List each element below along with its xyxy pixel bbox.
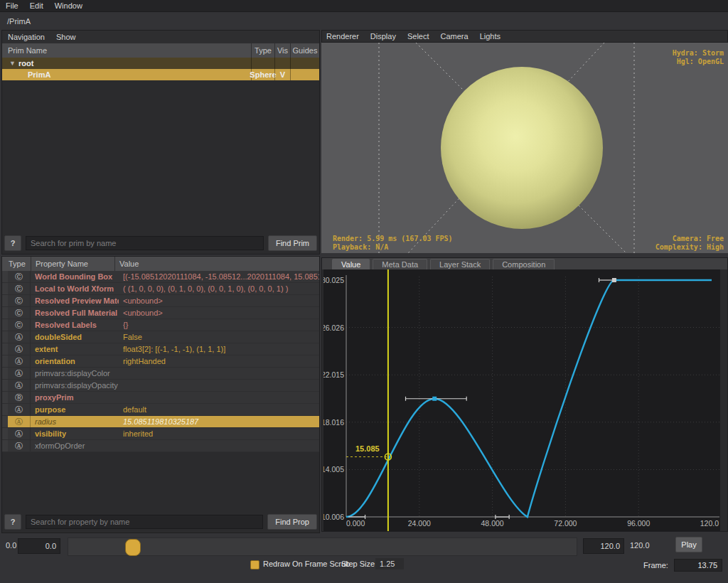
frame-slider-handle[interactable] xyxy=(125,539,141,556)
step-size-field[interactable]: 1.25 xyxy=(375,558,404,569)
row-gutter xyxy=(2,428,8,439)
property-row-world-bounding-box[interactable]: ⒸWorld Bounding Box[(-15.08512020111084,… xyxy=(2,271,319,283)
property-type-icon: Ⓐ xyxy=(8,416,31,427)
column-prop-value[interactable]: Value xyxy=(114,257,319,271)
prim-menu-show[interactable]: Show xyxy=(56,33,76,41)
statusbar: Redraw On Frame Scrub Step Size 1.25 Fra… xyxy=(0,557,728,583)
radius-animation-curve[interactable] xyxy=(346,280,712,517)
animation-curve-plot[interactable]: 30.02526.02622.01518.01614.00510.0060.00… xyxy=(323,269,720,531)
hud-playback: Playback: N/A xyxy=(333,243,388,251)
column-vis[interactable]: Vis xyxy=(274,43,290,58)
column-type[interactable]: Type xyxy=(251,43,274,58)
property-type-icon: Ⓐ xyxy=(8,380,31,391)
tree-row-root[interactable]: ▼root xyxy=(2,58,319,69)
property-row-local-to-world-xform[interactable]: ⒸLocal to World Xform( (1, 0, 0, 0), (0,… xyxy=(2,283,319,295)
prim-browser-panel: NavigationShow Prim Name Type Vis Guides… xyxy=(1,30,320,255)
find-prop-button[interactable]: Find Prop xyxy=(267,514,317,530)
property-row-purpose[interactable]: Ⓐpurposedefault xyxy=(2,404,319,416)
row-gutter xyxy=(2,392,8,403)
property-type-icon: Ⓒ xyxy=(8,283,31,294)
timeline-start-field[interactable]: 0.0 xyxy=(18,538,60,554)
render-viewport[interactable]: Hydra: Storm Hgl: OpenGL Render: 5.99 ms… xyxy=(321,43,728,253)
property-type-icon: Ⓡ xyxy=(8,392,31,403)
property-row-proxyprim[interactable]: ⓇproxyPrim xyxy=(2,392,319,404)
prim-menu-navigation[interactable]: Navigation xyxy=(8,33,45,41)
tab-layer-stack[interactable]: Layer Stack xyxy=(430,259,490,269)
property-value: default xyxy=(119,405,319,414)
property-row-visibility[interactable]: Ⓐvisibilityinherited xyxy=(2,428,319,440)
property-type-icon: Ⓐ xyxy=(8,404,31,415)
property-row-doublesided[interactable]: ⒶdoubleSidedFalse xyxy=(2,331,319,343)
prim-search-input[interactable] xyxy=(26,236,264,250)
property-value: float3[2]: [(-1, -1, -1), (1, 1, 1)] xyxy=(119,345,319,353)
property-name: Resolved Full Material xyxy=(31,309,119,317)
prim-name-label: root xyxy=(18,59,33,68)
property-row-resolved-labels[interactable]: ⒸResolved Labels{} xyxy=(2,319,319,331)
x-tick-label: 120.0 xyxy=(700,519,719,528)
property-search-help-button[interactable]: ? xyxy=(4,514,21,530)
menu-edit[interactable]: Edit xyxy=(30,1,43,10)
menu-window[interactable]: Window xyxy=(55,1,82,10)
frame-field[interactable]: 13.75 xyxy=(674,559,722,572)
prim-name-cell: PrimA xyxy=(2,69,251,80)
property-value: <unbound> xyxy=(119,309,319,317)
property-type-icon: Ⓐ xyxy=(8,428,31,439)
property-type-icon: Ⓐ xyxy=(8,331,31,343)
viewport-menu-display[interactable]: Display xyxy=(370,32,396,41)
prim-tree-header: Prim Name Type Vis Guides xyxy=(2,43,319,58)
frame-slider-track[interactable] xyxy=(68,537,577,556)
viewport-menu-camera[interactable]: Camera xyxy=(441,32,469,41)
expander-icon[interactable]: ▼ xyxy=(9,60,16,67)
prim-search-row: ? Find Prim xyxy=(4,235,317,252)
property-name: extent xyxy=(31,345,119,353)
viewport-menu-select[interactable]: Select xyxy=(407,32,429,41)
property-search-input[interactable] xyxy=(26,515,263,529)
property-row-radius[interactable]: Ⓐradius15.085119810325187 xyxy=(2,416,319,428)
timeline-start-label: 0.0 xyxy=(6,541,16,550)
keyframe-marker[interactable] xyxy=(432,397,437,401)
usdview-window: FileEditWindow /PrimA NavigationShow Pri… xyxy=(0,0,728,583)
current-value-label: 15.085 xyxy=(355,444,380,453)
prim-vis-cell[interactable] xyxy=(274,58,290,69)
tab-composition[interactable]: Composition xyxy=(493,259,555,269)
column-prop-name[interactable]: Property Name xyxy=(31,257,114,271)
row-gutter xyxy=(2,271,8,282)
sphere-prim[interactable] xyxy=(441,67,603,229)
row-gutter xyxy=(2,440,8,451)
viewport-menu-renderer[interactable]: Renderer xyxy=(326,32,359,41)
property-row-primvars-displaycolor[interactable]: Ⓐprimvars:displayColor xyxy=(2,368,319,380)
viewport-menu-lights[interactable]: Lights xyxy=(480,32,500,41)
hud-render-stats: Render: 5.99 ms (167.03 FPS) xyxy=(333,235,453,242)
row-gutter xyxy=(2,295,8,306)
prim-search-help-button[interactable]: ? xyxy=(4,235,21,251)
timeline-end-field[interactable]: 120.0 xyxy=(583,538,624,554)
property-name: orientation xyxy=(31,357,119,365)
property-row-xformoporder[interactable]: ⒶxformOpOrder xyxy=(2,440,319,452)
play-button[interactable]: Play xyxy=(675,537,702,552)
frame-timeline-row: 0.0 0.0 120.0 120.0 Play xyxy=(0,535,728,557)
property-value: [(-15.08512020111084, -15.08512...202011… xyxy=(119,272,319,281)
prim-name-label: PrimA xyxy=(28,70,50,79)
property-row-resolved-full-material[interactable]: ⒸResolved Full Material<unbound> xyxy=(2,307,319,319)
tab-meta-data[interactable]: Meta Data xyxy=(373,259,427,269)
viewport-menubar: RendererDisplaySelectCameraLights xyxy=(321,30,728,43)
column-prop-type[interactable]: Type xyxy=(2,257,31,271)
column-prim-name[interactable]: Prim Name xyxy=(2,43,251,58)
column-guides[interactable]: Guides xyxy=(290,43,319,58)
find-prim-button[interactable]: Find Prim xyxy=(268,235,317,251)
property-name: doubleSided xyxy=(31,333,119,341)
prim-vis-cell[interactable]: V xyxy=(274,69,290,80)
keyframe-marker[interactable] xyxy=(612,278,616,282)
tree-row-prima[interactable]: PrimASphereV xyxy=(2,69,319,80)
row-gutter xyxy=(2,380,8,391)
tab-value[interactable]: Value xyxy=(332,259,370,269)
property-row-extent[interactable]: Ⓐextentfloat3[2]: [(-1, -1, -1), (1, 1, … xyxy=(2,343,319,355)
redraw-on-frame-scrub-checkbox[interactable] xyxy=(250,560,259,569)
menu-file[interactable]: File xyxy=(6,1,18,10)
property-row-resolved-preview-material[interactable]: ⒸResolved Preview Material<unbound> xyxy=(2,295,319,307)
property-row-primvars-displayopacity[interactable]: Ⓐprimvars:displayOpacity xyxy=(2,380,319,392)
hud-hgi: Hgl: OpenGL xyxy=(677,58,724,65)
property-row-orientation[interactable]: ⒶorientationrightHanded xyxy=(2,355,319,368)
y-tick-label: 18.016 xyxy=(323,418,344,427)
property-type-icon: Ⓐ xyxy=(8,368,31,379)
